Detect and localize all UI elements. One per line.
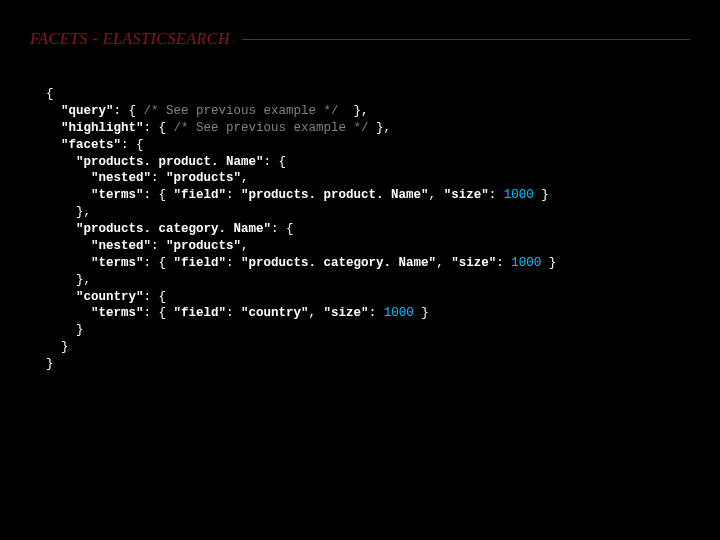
- code-key: "size": [444, 188, 489, 202]
- code-text: ,: [436, 256, 451, 270]
- code-text: ,: [241, 239, 249, 253]
- code-line: }: [46, 323, 84, 337]
- code-key: "terms": [46, 256, 144, 270]
- code-text: ,: [241, 171, 249, 185]
- code-text: : {: [121, 138, 144, 152]
- code-text: : {: [144, 121, 174, 135]
- code-key: "terms": [46, 188, 144, 202]
- code-key: "query": [46, 104, 114, 118]
- code-key: "country": [46, 290, 144, 304]
- code-key: "size": [451, 256, 496, 270]
- code-text: },: [339, 104, 369, 118]
- code-text: : {: [264, 155, 287, 169]
- code-text: :: [226, 256, 241, 270]
- code-key: "field": [174, 306, 227, 320]
- code-key: "products. category. Name": [46, 222, 271, 236]
- code-key: "field": [174, 256, 227, 270]
- header-rule: [242, 39, 690, 40]
- code-number: 1000: [384, 306, 414, 320]
- code-key: "nested": [46, 239, 151, 253]
- code-text: }: [541, 256, 556, 270]
- code-key: "highlight": [46, 121, 144, 135]
- code-line: {: [46, 87, 54, 101]
- code-text: ,: [309, 306, 324, 320]
- code-text: :: [151, 239, 166, 253]
- code-text: : {: [271, 222, 294, 236]
- code-key: "field": [174, 188, 227, 202]
- code-key: "products. product. Name": [46, 155, 264, 169]
- code-text: }: [534, 188, 549, 202]
- code-key: "nested": [46, 171, 151, 185]
- code-string: "country": [241, 306, 309, 320]
- code-string: "products. category. Name": [241, 256, 436, 270]
- code-string: "products": [166, 171, 241, 185]
- code-text: : {: [144, 256, 174, 270]
- code-key: "facets": [46, 138, 121, 152]
- code-text: : {: [144, 306, 174, 320]
- code-text: :: [496, 256, 511, 270]
- code-string: "products": [166, 239, 241, 253]
- slide-title: FACETS - ELASTICSEARCH: [30, 30, 230, 48]
- code-text: ,: [429, 188, 444, 202]
- slide-header: FACETS - ELASTICSEARCH: [0, 0, 720, 56]
- code-line: }: [46, 357, 54, 371]
- code-line: }: [46, 340, 69, 354]
- code-block: { "query": { /* See previous example */ …: [0, 56, 720, 373]
- code-text: :: [369, 306, 384, 320]
- code-line: },: [46, 205, 91, 219]
- code-number: 1000: [511, 256, 541, 270]
- code-text: :: [226, 188, 241, 202]
- code-text: : {: [144, 290, 167, 304]
- code-text: :: [489, 188, 504, 202]
- code-text: :: [226, 306, 241, 320]
- code-comment: /* See previous example */: [144, 104, 339, 118]
- code-text: : {: [144, 188, 174, 202]
- code-text: }: [414, 306, 429, 320]
- code-number: 1000: [504, 188, 534, 202]
- code-text: : {: [114, 104, 144, 118]
- code-text: :: [151, 171, 166, 185]
- code-key: "size": [324, 306, 369, 320]
- code-string: "products. product. Name": [241, 188, 429, 202]
- code-comment: /* See previous example */: [174, 121, 369, 135]
- code-line: },: [46, 273, 91, 287]
- code-key: "terms": [46, 306, 144, 320]
- code-text: },: [369, 121, 392, 135]
